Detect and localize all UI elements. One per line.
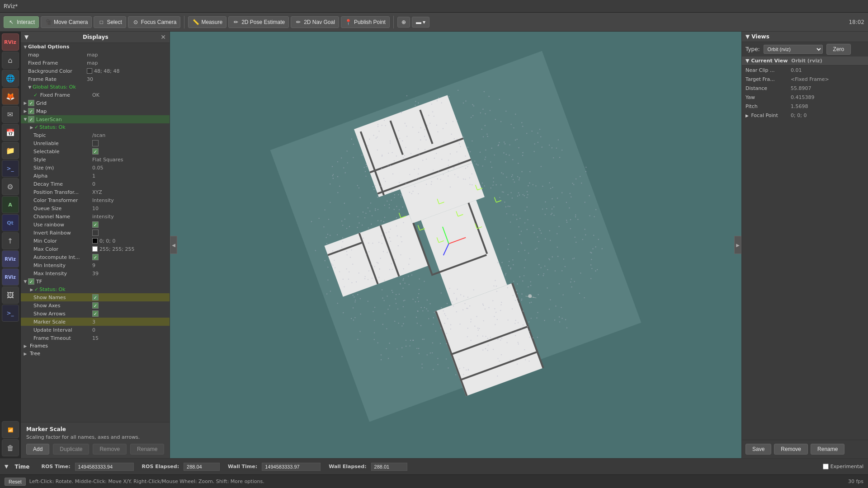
icon-terminal[interactable]: >_	[2, 160, 19, 177]
min-color-row[interactable]: Min Color 0; 0; 0	[21, 237, 170, 245]
distance-row[interactable]: Distance 55.8907	[742, 84, 868, 93]
yaw-row[interactable]: Yaw 0.415389	[742, 93, 868, 102]
viewport[interactable]: ◀ ▶	[170, 32, 741, 458]
nav-goal-button[interactable]: ✏ 2D Nav Goal	[291, 16, 339, 28]
icon-browser[interactable]: 🦊	[2, 88, 19, 105]
queue-size-row[interactable]: Queue Size 10	[21, 204, 170, 212]
decay-time-row[interactable]: Decay Time 0	[21, 180, 170, 188]
views-rename-button[interactable]: Rename	[811, 444, 844, 455]
show-arrows-row[interactable]: Show Arrows	[21, 310, 170, 318]
rename-button[interactable]: Rename	[130, 444, 164, 455]
alpha-row[interactable]: Alpha 1	[21, 172, 170, 180]
icon-amazon[interactable]: A	[2, 196, 19, 213]
tf-status-item[interactable]: ▶ Status: Ok	[21, 286, 170, 293]
show-axes-checkbox[interactable]	[92, 302, 99, 309]
max-intensity-row[interactable]: Max Intensity 39	[21, 269, 170, 277]
tree-item[interactable]: ▶ Tree	[21, 350, 170, 357]
rviz-logo-button[interactable]: RViz	[2, 33, 19, 51]
autocompute-checkbox[interactable]	[92, 254, 99, 260]
autocompute-row[interactable]: Autocompute Int...	[21, 253, 170, 261]
laser-scan-item[interactable]: ▼ LaserScan	[21, 115, 170, 123]
global-status-item[interactable]: ▼ Global Status: Ok	[21, 83, 170, 91]
icon-settings[interactable]: ⚙	[2, 178, 19, 195]
pitch-row[interactable]: Pitch 1.5698	[742, 102, 868, 111]
tf-item[interactable]: ▼ TF	[21, 277, 170, 286]
selectable-checkbox[interactable]	[92, 148, 99, 155]
icon-qt[interactable]: Qt	[2, 214, 19, 231]
invert-rainbow-row[interactable]: Invert Rainbow	[21, 229, 170, 237]
focal-point-row[interactable]: ▶ Focal Point 0; 0; 0	[742, 111, 868, 120]
global-options-item[interactable]: ▼ Global Options	[21, 43, 170, 51]
fixed-frame-status-row[interactable]: Fixed Frame OK	[21, 91, 170, 99]
target-frame-row[interactable]: Target Fra... <Fixed Frame>	[742, 75, 868, 84]
max-color-row[interactable]: Max Color 255; 255; 255	[21, 245, 170, 253]
min-intensity-row[interactable]: Min Intensity 9	[21, 261, 170, 269]
ros-time-input[interactable]	[75, 463, 134, 471]
ros-elapsed-input[interactable]	[184, 463, 220, 471]
measure-button[interactable]: 📏 Measure	[188, 16, 226, 28]
icon-rviz2[interactable]: RViz	[2, 250, 19, 267]
wall-elapsed-input[interactable]	[371, 463, 407, 471]
topic-row[interactable]: Topic /scan	[21, 131, 170, 139]
channel-name-row[interactable]: Channel Name intensity	[21, 212, 170, 221]
fixed-frame-kv-row[interactable]: Fixed Frame map	[21, 59, 170, 67]
collapse-left-button[interactable]: ◀	[170, 236, 177, 254]
show-arrows-checkbox[interactable]	[92, 310, 99, 317]
icon-rviz3[interactable]: RViz	[2, 268, 19, 286]
collapse-right-button[interactable]: ▶	[734, 236, 741, 254]
icon-terminal2[interactable]: >_	[2, 305, 19, 322]
color-transformer-row[interactable]: Color Transformer Intensity	[21, 196, 170, 204]
size-row[interactable]: Size (m) 0.05	[21, 164, 170, 172]
views-zero-button[interactable]: Zero	[826, 44, 851, 55]
frame-timeout-row[interactable]: Frame Timeout 15	[21, 334, 170, 342]
use-rainbow-checkbox[interactable]	[92, 221, 99, 228]
laser-scan-checkbox[interactable]	[28, 116, 34, 122]
pose-estimate-button[interactable]: ✏ 2D Pose Estimate	[228, 16, 289, 28]
experimental-checkbox[interactable]	[823, 464, 829, 469]
near-clip-row[interactable]: Near Clip ... 0.01	[742, 66, 868, 75]
views-type-select[interactable]: Orbit (rviz) FPS (rviz) TopDownOrtho (rv…	[764, 45, 823, 54]
reset-button[interactable]: Reset	[5, 478, 26, 486]
tf-checkbox[interactable]	[28, 278, 34, 285]
dropdown-button[interactable]: ▬ ▾	[412, 17, 429, 28]
icon-home[interactable]: ⌂	[2, 52, 19, 69]
move-camera-button[interactable]: 🎥 Move Camera	[41, 16, 92, 28]
unreliable-checkbox[interactable]	[92, 140, 99, 146]
map-checkbox[interactable]	[28, 108, 34, 114]
show-axes-row[interactable]: Show Axes	[21, 301, 170, 310]
position-transformer-row[interactable]: Position Transfor... XYZ	[21, 188, 170, 196]
update-interval-row[interactable]: Update Interval 0	[21, 326, 170, 334]
select-button[interactable]: □ Select	[94, 16, 126, 28]
extra-button[interactable]: ⊕	[397, 17, 410, 28]
frames-item[interactable]: ▶ Frames	[21, 342, 170, 350]
displays-close-button[interactable]: ✕	[160, 33, 166, 41]
background-color-row[interactable]: Background Color 48; 48; 48	[21, 67, 170, 75]
add-button[interactable]: Add	[26, 444, 49, 455]
icon-network[interactable]: 📶	[2, 421, 19, 438]
wall-time-input[interactable]	[262, 463, 321, 471]
publish-point-button[interactable]: 📍 Publish Point	[341, 16, 390, 28]
views-save-button[interactable]: Save	[745, 444, 771, 455]
icon-gallery[interactable]: 🖼	[2, 286, 19, 304]
views-remove-button[interactable]: Remove	[774, 444, 808, 455]
icon-trash[interactable]: 🗑	[2, 439, 19, 456]
icon-updates[interactable]: ↑	[2, 232, 19, 249]
icon-globe[interactable]: 🌐	[2, 70, 19, 87]
style-row[interactable]: Style Flat Squares	[21, 155, 170, 164]
duplicate-button[interactable]: Duplicate	[53, 444, 89, 455]
remove-button[interactable]: Remove	[93, 444, 127, 455]
interact-button[interactable]: ↖ Interact	[4, 16, 39, 28]
map-item[interactable]: ▶ Map	[21, 107, 170, 115]
icon-calendar[interactable]: 📅	[2, 124, 19, 141]
laser-scan-status-item[interactable]: ▶ Status: Ok	[21, 123, 170, 131]
show-names-row[interactable]: Show Names	[21, 293, 170, 301]
marker-scale-row[interactable]: Marker Scale 3	[21, 318, 170, 326]
icon-files[interactable]: 📁	[2, 142, 19, 159]
fixed-frame-row[interactable]: map map	[21, 51, 170, 59]
use-rainbow-row[interactable]: Use rainbow	[21, 221, 170, 229]
focus-camera-button[interactable]: ⊙ Focus Camera	[128, 16, 181, 28]
frame-rate-row[interactable]: Frame Rate 30	[21, 75, 170, 83]
show-names-checkbox[interactable]	[92, 294, 99, 300]
icon-mail[interactable]: ✉	[2, 106, 19, 123]
selectable-row[interactable]: Selectable	[21, 147, 170, 155]
